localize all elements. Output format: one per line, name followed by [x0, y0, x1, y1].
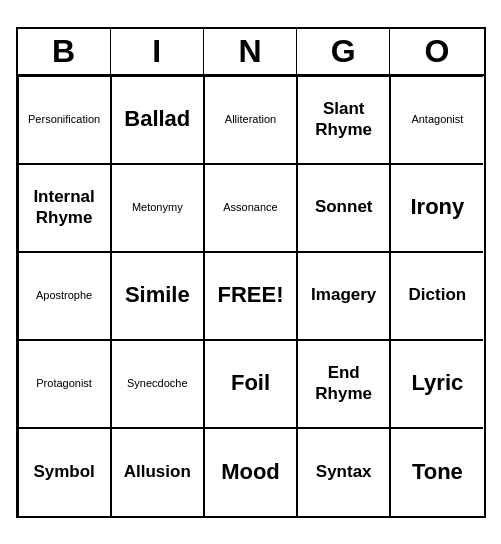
- bingo-cell: Synecdoche: [111, 340, 204, 428]
- header-letter: I: [111, 29, 204, 74]
- bingo-grid: PersonificationBalladAlliterationSlant R…: [18, 76, 484, 516]
- bingo-header: BINGO: [18, 29, 484, 76]
- bingo-cell: Mood: [204, 428, 297, 516]
- cell-label: Personification: [28, 112, 100, 126]
- bingo-cell: Allusion: [111, 428, 204, 516]
- cell-label: Alliteration: [225, 112, 276, 126]
- bingo-cell: Tone: [390, 428, 483, 516]
- bingo-cell: Diction: [390, 252, 483, 340]
- cell-label: Assonance: [223, 200, 277, 214]
- bingo-cell: FREE!: [204, 252, 297, 340]
- bingo-cell: Apostrophe: [18, 252, 111, 340]
- bingo-cell: Personification: [18, 76, 111, 164]
- bingo-cell: Alliteration: [204, 76, 297, 164]
- cell-label: Irony: [410, 194, 464, 220]
- cell-label: Internal Rhyme: [23, 187, 106, 228]
- bingo-cell: Ballad: [111, 76, 204, 164]
- bingo-cell: Irony: [390, 164, 483, 252]
- header-letter: G: [297, 29, 390, 74]
- bingo-cell: Slant Rhyme: [297, 76, 390, 164]
- bingo-cell: End Rhyme: [297, 340, 390, 428]
- bingo-cell: Assonance: [204, 164, 297, 252]
- bingo-cell: Internal Rhyme: [18, 164, 111, 252]
- cell-label: Protagonist: [36, 376, 92, 390]
- cell-label: FREE!: [217, 282, 283, 308]
- bingo-cell: Lyric: [390, 340, 483, 428]
- cell-label: Mood: [221, 459, 280, 485]
- bingo-cell: Foil: [204, 340, 297, 428]
- bingo-cell: Metonymy: [111, 164, 204, 252]
- bingo-cell: Antagonist: [390, 76, 483, 164]
- bingo-cell: Simile: [111, 252, 204, 340]
- bingo-cell: Imagery: [297, 252, 390, 340]
- cell-label: Foil: [231, 370, 270, 396]
- cell-label: Antagonist: [411, 112, 463, 126]
- cell-label: Sonnet: [315, 197, 373, 217]
- cell-label: Simile: [125, 282, 190, 308]
- cell-label: Allusion: [124, 462, 191, 482]
- cell-label: Tone: [412, 459, 463, 485]
- header-letter: O: [390, 29, 483, 74]
- cell-label: Slant Rhyme: [302, 99, 385, 140]
- cell-label: Synecdoche: [127, 376, 188, 390]
- bingo-card: BINGO PersonificationBalladAlliterationS…: [16, 27, 486, 518]
- cell-label: Diction: [409, 285, 467, 305]
- cell-label: Imagery: [311, 285, 376, 305]
- bingo-cell: Syntax: [297, 428, 390, 516]
- cell-label: Lyric: [412, 370, 464, 396]
- cell-label: Syntax: [316, 462, 372, 482]
- bingo-cell: Protagonist: [18, 340, 111, 428]
- cell-label: Ballad: [124, 106, 190, 132]
- cell-label: End Rhyme: [302, 363, 385, 404]
- header-letter: B: [18, 29, 111, 74]
- bingo-cell: Sonnet: [297, 164, 390, 252]
- cell-label: Metonymy: [132, 200, 183, 214]
- header-letter: N: [204, 29, 297, 74]
- cell-label: Symbol: [33, 462, 94, 482]
- cell-label: Apostrophe: [36, 288, 92, 302]
- bingo-cell: Symbol: [18, 428, 111, 516]
